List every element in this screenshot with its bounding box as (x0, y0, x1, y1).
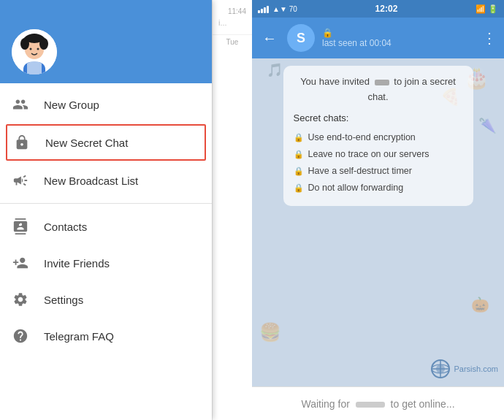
new-broadcast-label: New Broadcast List (44, 175, 138, 187)
menu-items-list: New Group New Secret Chat New Broa (0, 83, 212, 354)
side-menu: New Group New Secret Chat New Broa (0, 0, 212, 420)
contacts-label: Contacts (44, 221, 87, 233)
right-network-label: ▲▼ (272, 5, 287, 13)
right-status-bar: ▲▼ 70 12:02 📶 🔋 (252, 0, 504, 18)
feature-self-destruct: 🔒 Have a self-destruct timer (294, 164, 463, 178)
lock-icon-3: 🔒 (294, 165, 304, 178)
menu-item-new-secret-chat[interactable]: New Secret Chat (6, 124, 206, 161)
chat-list-strip: 11:44 i... Tue (212, 0, 252, 420)
secret-chat-info-bubble: You have invited to join a secret chat. … (283, 66, 473, 206)
right-battery-level: 70 (289, 5, 297, 13)
chat-last-seen: last seen at 00:04 (322, 38, 475, 48)
menu-item-settings[interactable]: Settings (0, 281, 212, 318)
watermark-logo-icon (430, 359, 451, 379)
dashes-icon (375, 80, 389, 85)
chat-header-info: 🔒 last seen at 00:04 (322, 28, 475, 48)
contact-name-placeholder (356, 402, 385, 408)
group-icon (12, 96, 29, 113)
feature-no-trace: 🔒 Leave no trace on our servers (294, 147, 463, 161)
chat-strip-item: 11:44 i... (213, 0, 252, 35)
lock-icon-4: 🔒 (294, 182, 304, 195)
menu-item-contacts[interactable]: Contacts (0, 208, 212, 245)
strip-preview: i... (218, 18, 246, 27)
back-button[interactable]: ← (259, 27, 280, 50)
lock-icon-1: 🔒 (294, 131, 304, 145)
svg-point-12 (37, 48, 39, 50)
menu-item-faq[interactable]: Telegram FAQ (0, 318, 212, 354)
chat-bottom-bar: Waiting for to get online... (252, 386, 504, 420)
menu-item-new-broadcast[interactable]: New Broadcast List (0, 162, 212, 199)
settings-icon (12, 291, 29, 308)
secret-chats-title: Secret chats: (294, 111, 463, 126)
right-panel: ▲▼ 70 12:02 📶 🔋 ← S 🔒 last seen at 00:04… (252, 0, 504, 420)
secret-chat-icon (13, 134, 31, 151)
new-secret-chat-label: New Secret Chat (45, 137, 128, 149)
right-time: 12:02 (375, 4, 398, 14)
svg-point-15 (26, 34, 43, 43)
faq-label: Telegram FAQ (44, 330, 114, 343)
watermark-text: Parsish.com (454, 364, 498, 373)
invite-icon (12, 254, 29, 272)
invite-friends-label: Invite Friends (44, 257, 110, 270)
lock-icon-2: 🔒 (294, 148, 304, 161)
waiting-message: Waiting for to get online... (262, 398, 494, 410)
faq-icon (12, 327, 29, 345)
right-signal-strength (258, 4, 269, 13)
encryption-lock-icon: 🔒 (322, 28, 333, 38)
contacts-icon (12, 218, 29, 235)
left-panel: ▲▼ 78 11:48 📶 🔋 (0, 0, 252, 420)
menu-divider (0, 203, 212, 204)
chat-body: 🎂 🍕 🌂 🎵 🍔 🎃 You have invited to join a s… (252, 58, 504, 386)
chat-header: ← S 🔒 last seen at 00:04 ⋮ (252, 18, 504, 58)
new-group-label: New Group (44, 99, 99, 111)
invite-message: You have invited to join a secret chat. (294, 75, 463, 105)
feature-no-forward: 🔒 Do not allow forwarding (294, 180, 463, 195)
menu-avatar (12, 29, 57, 75)
chat-contact-avatar: S (287, 24, 315, 52)
right-wifi-icon: 📶 (476, 4, 486, 14)
menu-item-new-group[interactable]: New Group (0, 86, 212, 123)
settings-label: Settings (44, 294, 83, 306)
svg-point-11 (30, 48, 32, 50)
more-options-button[interactable]: ⋮ (482, 29, 497, 47)
right-battery-icon: 🔋 (488, 4, 498, 14)
menu-header (0, 0, 212, 83)
chat-messages: You have invited to join a secret chat. … (252, 58, 504, 386)
broadcast-icon (12, 172, 29, 189)
watermark: Parsish.com (430, 359, 498, 379)
menu-item-invite-friends[interactable]: Invite Friends (0, 245, 212, 281)
feature-encryption: 🔒 Use end-to-end encryption (294, 130, 463, 145)
strip-day: Tue (213, 35, 252, 49)
chat-name-row: 🔒 (322, 28, 475, 38)
right-status-right-icons: 📶 🔋 (476, 4, 498, 14)
strip-time: 11:44 (218, 7, 246, 15)
right-signal-icons: ▲▼ 70 (258, 4, 297, 13)
